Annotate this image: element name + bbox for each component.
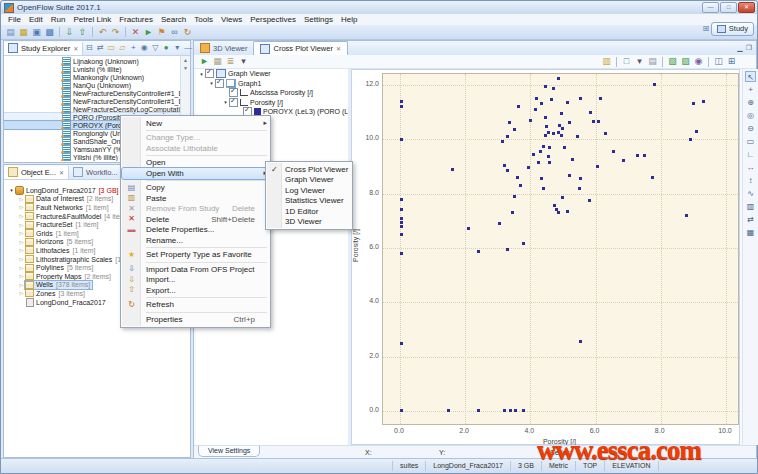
chart-config-icon[interactable]: ▦ — [212, 56, 223, 67]
undo-icon[interactable]: ↶ — [97, 27, 108, 38]
tree-item[interactable]: NewFractureDensityLogComputation# — [4, 105, 190, 113]
menu-edit[interactable]: Edit — [25, 15, 47, 24]
plot-area[interactable] — [382, 73, 739, 425]
maximize-window-icon[interactable]: □ — [720, 2, 737, 13]
redo-icon[interactable]: ↷ — [110, 27, 121, 38]
menu-views[interactable]: Views — [217, 15, 246, 24]
expand-arrow-icon[interactable]: ▾ — [222, 99, 229, 105]
checkbox-checked[interactable] — [205, 69, 214, 78]
window-mode-icon[interactable]: □ — [621, 56, 632, 67]
link-editor-icon[interactable]: ⇄ — [95, 43, 105, 53]
tree-item-porosity-axis[interactable]: ▾ Porosity [/] — [196, 98, 348, 108]
delete-icon[interactable]: ✕ — [130, 27, 141, 38]
open-perspective-icon[interactable]: ⊞ — [701, 24, 711, 34]
collapse-arrow-icon[interactable]: ▷ — [18, 265, 25, 271]
perspective-study-button[interactable]: Study — [711, 22, 754, 36]
axes-icon[interactable]: ∟ — [745, 149, 756, 160]
close-icon[interactable]: ✕ — [59, 169, 64, 176]
submenu-item-statistics-viewer[interactable]: Statistics Viewer — [267, 196, 351, 207]
menu-petrel-link[interactable]: Petrel Link — [69, 15, 115, 24]
regression-icon[interactable]: ∿ — [745, 188, 756, 199]
collapse-arrow-icon[interactable]: ▷ — [18, 290, 25, 296]
menu-item-import[interactable]: ⇩Import... — [122, 275, 269, 286]
play-icon[interactable]: ► — [199, 56, 210, 67]
collapse-arrow-icon[interactable]: ▷ — [18, 196, 25, 202]
flag-icon[interactable]: ⚑ — [156, 27, 167, 38]
maximize-view-icon[interactable]: ❐ — [746, 44, 752, 52]
menu-item-paste[interactable]: ▥Paste — [122, 193, 269, 204]
tree-item[interactable]: NewFractureDensityController#1_Den — [4, 89, 190, 97]
collapse-arrow-icon[interactable]: ▷ — [18, 213, 25, 219]
collapse-arrow-icon[interactable]: ▷ — [18, 256, 25, 262]
pin-icon[interactable]: ◉ — [139, 43, 149, 53]
submenu-item-1d-editor[interactable]: 1D Editor — [267, 206, 351, 217]
menu-run[interactable]: Run — [47, 15, 70, 24]
fit-horizontal-icon[interactable]: ↔ — [745, 162, 756, 173]
select-cursor-icon[interactable]: ↖ — [745, 71, 756, 82]
tab-view-settings[interactable]: View Settings — [198, 446, 260, 457]
expand-arrow-icon[interactable]: ▾ — [208, 80, 215, 86]
tree-item[interactable]: Miankonglv (Unknown) — [4, 73, 190, 81]
export-image-icon[interactable]: ▧ — [667, 56, 678, 67]
fit-vertical-icon[interactable]: ↕ — [745, 175, 756, 186]
menu-item-delete[interactable]: ✕DeleteShift+Delete — [122, 214, 269, 225]
collapse-arrow-icon[interactable]: ▷ — [18, 222, 25, 228]
menu-fractures[interactable]: Fractures — [115, 15, 157, 24]
menu-item-delete-properties[interactable]: ▬Delete Properties... — [122, 225, 269, 236]
menu-settings[interactable]: Settings — [300, 15, 337, 24]
submenu-item-3d-viewer[interactable]: 3D Viewer — [267, 217, 351, 228]
zoom-box-icon[interactable]: ▭ — [745, 136, 756, 147]
checkbox-checked[interactable] — [229, 98, 238, 107]
tab-cross-plot-viewer[interactable]: Cross Plot Viewer ✕ — [253, 41, 348, 55]
window-mode-caret-icon[interactable]: ▾ — [634, 56, 645, 67]
menu-item-remove-from-study[interactable]: ✕Remove From StudyDelete — [122, 204, 269, 215]
swap-axes-icon[interactable]: ⇄ — [745, 214, 756, 225]
legend-icon[interactable]: ≣ — [225, 56, 236, 67]
tree-item-graph1[interactable]: ▾ Graph1 — [196, 79, 348, 89]
tab-study-explorer[interactable]: Study Explorer ✕ — [4, 42, 83, 55]
run-workflow-icon[interactable]: ► — [143, 27, 154, 38]
tree-item[interactable]: Lvnishi (% illite) — [4, 65, 190, 73]
collapse-arrow-icon[interactable]: ▷ — [18, 230, 25, 236]
tree-item[interactable]: NanQu (Unknown) — [4, 81, 190, 89]
palette-icon[interactable]: ▥ — [601, 56, 612, 67]
menu-item-change-type[interactable]: Change Type... — [122, 133, 269, 144]
menu-help[interactable]: Help — [337, 15, 361, 24]
histogram-icon[interactable]: ▥ — [745, 201, 756, 212]
minimize-window-icon[interactable]: — — [702, 2, 719, 13]
collapse-arrow-icon[interactable]: ▷ — [18, 247, 25, 253]
zoom-out-icon[interactable]: ⊖ — [745, 123, 756, 134]
tab-workflow[interactable]: Workflo... — [69, 166, 123, 179]
tab-object-explorer[interactable]: Object E... ✕ — [4, 166, 69, 179]
link-icon[interactable]: ∞ — [169, 27, 180, 38]
view-menu-icon[interactable]: ▾ — [172, 43, 182, 53]
menu-tools[interactable]: Tools — [190, 15, 217, 24]
split-view-icon[interactable]: ◫ — [713, 56, 724, 67]
expand-arrow-icon[interactable]: ▾ — [8, 187, 15, 193]
open-study-icon[interactable]: ▦ — [18, 27, 29, 38]
tree-item[interactable]: NewFractureDensityController#1_Den — [4, 97, 190, 105]
minimize-view-icon[interactable]: ▁ — [737, 44, 742, 52]
minimize-view-icon[interactable]: — — [183, 43, 193, 53]
menu-item-export[interactable]: ⇧Export... — [122, 285, 269, 296]
pan-icon[interactable]: ⊕ — [745, 97, 756, 108]
folder-icon[interactable]: ▭ — [106, 43, 116, 53]
menu-search[interactable]: Search — [157, 15, 190, 24]
refresh-icon[interactable]: ↻ — [182, 27, 193, 38]
dropdown-caret-icon[interactable]: ▾ — [238, 56, 249, 67]
collapse-all-icon[interactable]: ⊟ — [84, 43, 94, 53]
menu-item-open-with[interactable]: Open With — [122, 168, 269, 179]
submenu-item-graph-viewer[interactable]: Graph Viewer — [267, 175, 351, 186]
layout-grid-icon[interactable]: ⊞ — [726, 56, 737, 67]
close-window-icon[interactable]: ✕ — [738, 2, 755, 13]
menu-item-set-favorite[interactable]: ★Set Property Type as Favorite — [122, 250, 269, 261]
expand-arrow-icon[interactable]: ▾ — [198, 71, 205, 77]
pointer-add-icon[interactable]: + — [745, 84, 756, 95]
menu-item-properties[interactable]: PropertiesCtrl+p — [122, 314, 269, 325]
menu-perspectives[interactable]: Perspectives — [246, 15, 300, 24]
run-icon[interactable]: ● — [161, 43, 171, 53]
menu-item-refresh[interactable]: ↻Refresh — [122, 300, 269, 311]
menu-item-new[interactable]: New — [122, 118, 269, 129]
collapse-arrow-icon[interactable]: ▷ — [18, 273, 25, 279]
menu-item-open[interactable]: Open — [122, 158, 269, 169]
